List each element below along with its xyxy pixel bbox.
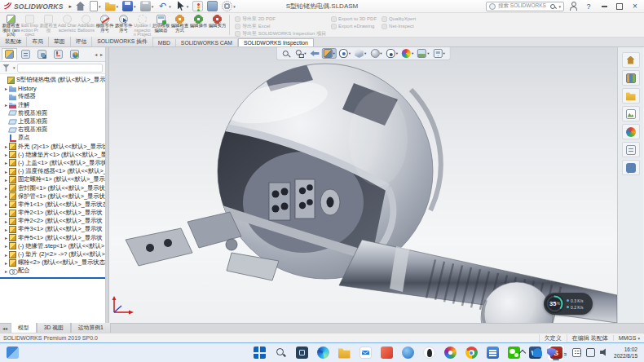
- taskpane-forum-button[interactable]: [622, 160, 640, 175]
- ribbon-button[interactable]: 编辑操作: [189, 14, 208, 29]
- expand-arrow[interactable]: ▸: [3, 169, 9, 174]
- expand-arrow[interactable]: ▸: [3, 185, 9, 191]
- panel-tab-configurationmanager[interactable]: [34, 48, 50, 60]
- model-tab-3D 视图[interactable]: 3D 视图: [37, 323, 71, 333]
- taskbar-file-explorer-button[interactable]: [336, 345, 352, 360]
- taskpane-custom-properties-button[interactable]: [622, 142, 640, 157]
- taskpane-view-palette-button[interactable]: [622, 106, 640, 121]
- taskpane-appearances-button[interactable]: [622, 124, 640, 139]
- ribbon-button[interactable]: 启动模板编辑器: [152, 14, 170, 33]
- tree-item[interactable]: 右视基准面: [0, 126, 105, 134]
- tree-item[interactable]: ▸(-) 绝缘管.step<1> (默认<<默认>: [0, 242, 105, 250]
- display-settings-button[interactable]: [206, 1, 218, 11]
- dropdown-arrow[interactable]: ▾: [134, 4, 136, 9]
- expand-arrow[interactable]: ▸: [3, 160, 9, 166]
- expand-arrow[interactable]: ▸: [3, 243, 9, 249]
- tab-MBD[interactable]: MBD: [153, 39, 176, 46]
- tree-item[interactable]: ▸注解: [0, 101, 105, 109]
- tree-item[interactable]: ▸零件1<1> (默认<<默认>_显示状态: [0, 201, 105, 209]
- expand-arrow[interactable]: ▸: [3, 268, 9, 274]
- tree-filter-input[interactable]: [17, 64, 103, 73]
- section-view-button[interactable]: ▾: [322, 48, 337, 59]
- tree-item[interactable]: ▸零件2<2> (默认<<默认>_显示状: [0, 217, 105, 225]
- expand-arrow[interactable]: ▸: [3, 260, 9, 266]
- search-icon[interactable]: [549, 3, 556, 10]
- dropdown-arrow[interactable]: ▾: [117, 4, 119, 9]
- tree-item[interactable]: ▸螺栓<2> (默认<<默认>_显示状态: [0, 258, 105, 267]
- dropdown-arrow[interactable]: ▾: [187, 4, 189, 9]
- dropdown-arrow[interactable]: ▾: [443, 51, 444, 55]
- previous-view-button[interactable]: [309, 48, 321, 59]
- expand-arrow[interactable]: ▸: [3, 219, 9, 224]
- tree-item[interactable]: ▸配合: [0, 267, 105, 275]
- graphics-area[interactable]: ▾▾▾▾▾▾▾▾▾ 35% 0.3 K/: [109, 47, 617, 323]
- tab-装配体[interactable]: 装配体: [0, 37, 27, 46]
- new-document-button[interactable]: ▾: [89, 1, 102, 11]
- taskbar-edge-button[interactable]: [315, 345, 331, 360]
- save-button[interactable]: ▾: [121, 1, 137, 11]
- panel-tab-propertymanager[interactable]: [18, 48, 33, 60]
- dropdown-arrow[interactable]: ▾: [169, 4, 171, 9]
- rollback-bar[interactable]: [0, 277, 105, 279]
- expand-arrow[interactable]: ▸: [3, 235, 9, 241]
- restore-button[interactable]: [614, 1, 625, 12]
- expand-arrow[interactable]: ▸: [3, 210, 9, 216]
- tree-item[interactable]: 传感器: [0, 92, 105, 100]
- tab-SOLIDWORKS CAM[interactable]: SOLIDWORKS CAM: [176, 39, 238, 46]
- tree-item[interactable]: ▸(-) 垫片 (2)<2> ->? (默认<<默认>: [0, 250, 105, 258]
- dropdown-arrow[interactable]: ▾: [233, 4, 236, 9]
- dropdown-arrow[interactable]: ▾: [364, 51, 366, 55]
- help-button[interactable]: ?: [583, 1, 594, 12]
- model-tab-运动算例1[interactable]: 运动算例1: [71, 323, 111, 333]
- filter-funnel-icon[interactable]: [2, 64, 10, 72]
- tree-item[interactable]: 上视基准面: [0, 117, 105, 126]
- taskbar-app-blue-button[interactable]: [484, 345, 501, 360]
- panel-tab-scroll[interactable]: ◂ ▸: [95, 51, 104, 57]
- help-search-box[interactable]: 搜索 SOLIDWORKS 帮助 ▾: [486, 2, 564, 11]
- tray-volume-button[interactable]: [600, 346, 609, 360]
- dropdown-arrow[interactable]: ▾: [412, 51, 413, 55]
- open-button[interactable]: ▾: [104, 1, 120, 11]
- view-orientation-button[interactable]: ▾: [353, 48, 368, 59]
- expand-arrow[interactable]: ▸: [3, 177, 9, 183]
- options-gear-button[interactable]: ▾: [221, 1, 236, 11]
- taskbar-qq-button[interactable]: [421, 345, 437, 360]
- tab-SOLIDWORKS 插件[interactable]: SOLIDWORKS 插件: [92, 37, 153, 46]
- widgets-button[interactable]: [0, 347, 19, 359]
- taskbar-browser-colorful-button[interactable]: [442, 345, 458, 360]
- tab-评估[interactable]: 评估: [71, 37, 93, 46]
- expand-arrow[interactable]: ▸: [3, 102, 9, 108]
- taskpane-file-explorer-button[interactable]: [622, 88, 640, 104]
- expand-arrow[interactable]: ▸: [3, 252, 9, 258]
- tree-item[interactable]: ▸外壳 (2)<1> (默认<<默认>_显示状: [0, 143, 105, 151]
- dropdown-arrow[interactable]: ▾: [304, 51, 306, 55]
- tab-SOLIDWORKS Inspection[interactable]: SOLIDWORKS Inspection: [238, 38, 314, 46]
- tree-item[interactable]: ▸零件5<1> (默认<<默认>_显示状: [0, 234, 105, 242]
- expand-arrow[interactable]: ▸: [3, 193, 9, 199]
- print-button[interactable]: ▾: [139, 1, 155, 11]
- dropdown-arrow[interactable]: ▾: [637, 336, 640, 341]
- panel-tab-dimxpertmanager[interactable]: [51, 48, 66, 60]
- search-dropdown-arrow[interactable]: ▾: [558, 4, 561, 9]
- expand-arrow[interactable]: ▸: [3, 152, 9, 157]
- taskbar-tb-search-button[interactable]: [272, 345, 289, 360]
- dropdown-arrow[interactable]: ▾: [427, 51, 429, 55]
- close-button[interactable]: ×: [629, 1, 641, 12]
- dropdown-arrow[interactable]: ▾: [380, 51, 382, 55]
- dropdown-arrow[interactable]: ▾: [99, 4, 101, 9]
- ribbon-button[interactable]: 选择零件序号: [114, 14, 133, 33]
- undo-button[interactable]: ▾: [157, 1, 172, 11]
- select-cursor-button[interactable]: ▾: [174, 1, 190, 11]
- net-speed-overlay[interactable]: 35% 0.3 K/s0.2 K/s: [544, 293, 593, 315]
- view-settings-button[interactable]: ▾: [431, 48, 446, 59]
- zoom-area-button[interactable]: ▾: [293, 48, 307, 59]
- tab-草图[interactable]: 草图: [49, 37, 71, 46]
- edit-appearance-button[interactable]: ▾: [400, 48, 415, 59]
- zoom-fit-button[interactable]: [280, 48, 292, 59]
- home-button[interactable]: [74, 1, 86, 11]
- login-icon[interactable]: [568, 1, 579, 11]
- expand-arrow[interactable]: ▸: [3, 143, 9, 149]
- taskbar-app-blue-circle-button[interactable]: [399, 345, 416, 360]
- expand-arrow[interactable]: ▸: [3, 201, 9, 207]
- tree-item[interactable]: ▸固定螺栓<1> (默认<<默认>_显示: [0, 175, 105, 183]
